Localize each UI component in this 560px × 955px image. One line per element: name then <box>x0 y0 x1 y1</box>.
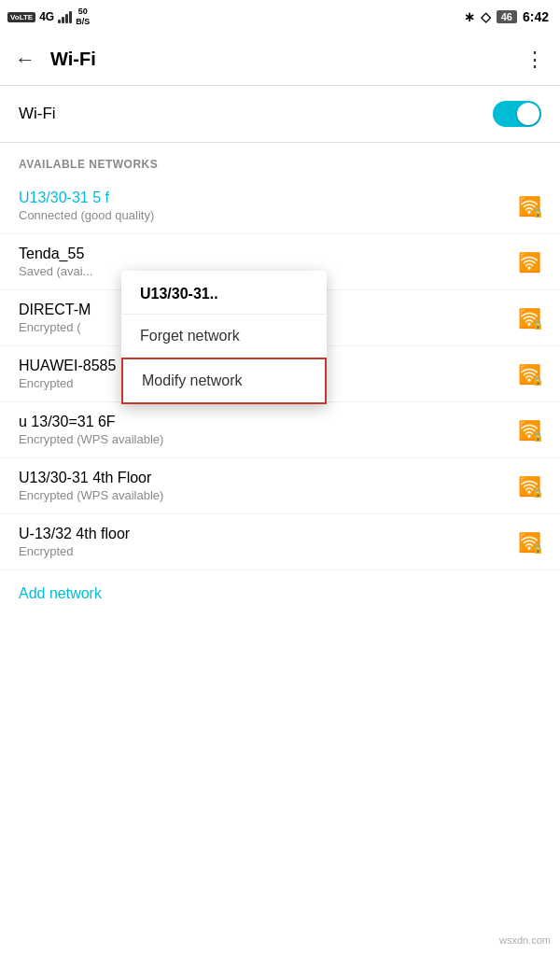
lock-icon-4: 🔒 <box>532 431 543 442</box>
network-info-6: U-13/32 4th floor Encrypted <box>19 526 518 558</box>
network-info-4: u 13/30=31 6F Encrypted (WPS available) <box>19 414 518 446</box>
lock-icon-5: 🔒 <box>532 487 543 498</box>
network-name-5: U13/30-31 4th Floor <box>19 470 518 486</box>
network-status-6: Encrypted <box>19 544 518 558</box>
wifi-signal-2: 🛜 🔒 <box>518 307 541 330</box>
status-left: VoLTE 4G 50B/S <box>7 7 90 27</box>
network-name-0: U13/30-31 5 f <box>19 190 518 206</box>
network-info-0: U13/30-31 5 f Connected (good quality) <box>19 190 518 222</box>
network-item-0[interactable]: U13/30-31 5 f Connected (good quality) 🛜… <box>0 178 560 234</box>
context-menu-title: U13/30-31.. <box>121 271 327 315</box>
app-bar-title: Wi-Fi <box>50 49 525 70</box>
network-name-6: U-13/32 4th floor <box>19 526 518 542</box>
bluetooth-icon: ∗ <box>464 9 475 24</box>
wifi-signal-5: 🛜 🔒 <box>518 475 541 498</box>
status-bar: VoLTE 4G 50B/S ∗ ◇ 46 6:42 <box>0 0 560 34</box>
section-header: AVAILABLE NETWORKS <box>0 143 560 178</box>
signal-bars <box>58 10 72 23</box>
vibrate-icon: ◇ <box>481 9 491 24</box>
wifi-signal-3: 🛜 🔒 <box>518 363 541 386</box>
network-status-4: Encrypted (WPS available) <box>19 432 518 446</box>
wifi-signal-1: 🛜 <box>518 251 541 274</box>
watermark: wsxdn.com <box>499 934 551 946</box>
network-name-4: u 13/30=31 6F <box>19 414 518 430</box>
wifi-signal-0: 🛜 🔒 <box>518 195 541 218</box>
wifi-toggle-label: Wi-Fi <box>19 105 56 123</box>
signal-bar-3 <box>65 14 68 23</box>
network-item-5[interactable]: U13/30-31 4th Floor Encrypted (WPS avail… <box>0 458 560 514</box>
volte-badge: VoLTE <box>7 12 35 22</box>
app-bar: ← Wi-Fi ⋮ <box>0 34 560 86</box>
network-status-5: Encrypted (WPS available) <box>19 488 518 502</box>
lock-icon-6: 🔒 <box>532 543 543 554</box>
wifi-toggle-row: Wi-Fi <box>0 86 560 143</box>
lock-icon-2: 🔒 <box>532 319 543 330</box>
add-network-button[interactable]: Add network <box>0 570 560 617</box>
toggle-knob <box>517 103 539 125</box>
battery-icon: 46 <box>497 10 517 23</box>
context-menu-modify[interactable]: Modify network <box>121 358 327 404</box>
network-item-4[interactable]: u 13/30=31 6F Encrypted (WPS available) … <box>0 402 560 458</box>
signal-bar-4 <box>69 11 72 23</box>
wifi-toggle-switch[interactable] <box>493 101 541 127</box>
network-info-5: U13/30-31 4th Floor Encrypted (WPS avail… <box>19 470 518 502</box>
lock-icon-3: 🔒 <box>532 375 543 386</box>
context-menu: U13/30-31.. Forget network Modify networ… <box>121 271 327 404</box>
status-right: ∗ ◇ 46 6:42 <box>464 9 549 24</box>
signal-bar-2 <box>62 17 64 23</box>
back-button[interactable]: ← <box>15 48 35 72</box>
time-display: 6:42 <box>523 9 549 24</box>
wifi-signal-6: 🛜 🔒 <box>518 531 541 554</box>
data-speed: 50B/S <box>76 7 90 27</box>
lock-icon-0: 🔒 <box>532 207 543 218</box>
network-name-1: Tenda_55 <box>19 246 518 262</box>
wifi-icon-1: 🛜 <box>518 251 541 274</box>
signal-bar-1 <box>58 20 61 23</box>
generation-label: 4G <box>39 10 54 23</box>
more-button[interactable]: ⋮ <box>525 48 545 72</box>
network-item-6[interactable]: U-13/32 4th floor Encrypted 🛜 🔒 <box>0 514 560 570</box>
network-status-0: Connected (good quality) <box>19 208 518 222</box>
wifi-signal-4: 🛜 🔒 <box>518 419 541 442</box>
context-menu-forget[interactable]: Forget network <box>121 315 327 358</box>
